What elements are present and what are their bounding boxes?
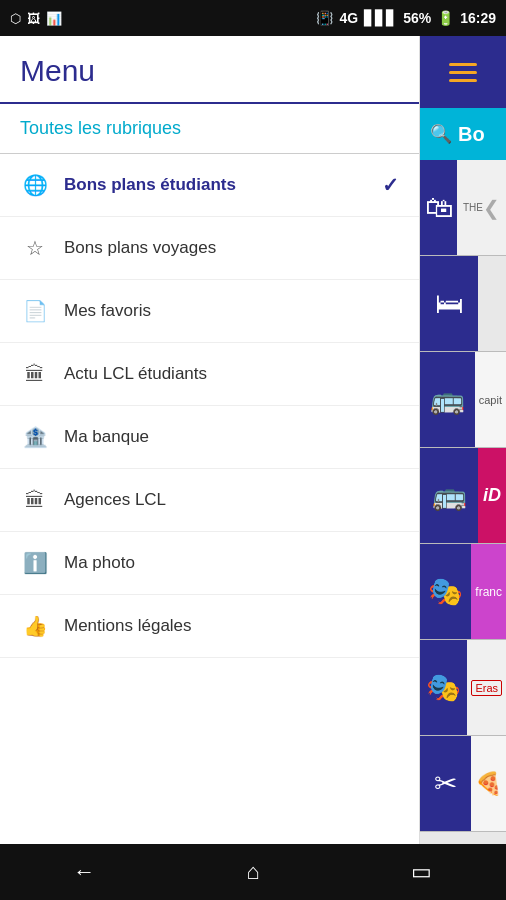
newspaper-icon: 📄 (20, 296, 50, 326)
search-text: Bo (458, 123, 485, 146)
back-icon: ← (73, 859, 95, 885)
bank-building-icon: 🏛 (20, 359, 50, 389)
menu-item-label: Bons plans étudiants (64, 175, 382, 195)
card-row-2[interactable]: 🛏 (420, 256, 506, 352)
theatre-icon: 🎭 (428, 575, 463, 608)
card-text-4: iD (483, 485, 501, 506)
card-content-1: THE ❮ (457, 160, 506, 255)
main-content: Menu Toutes les rubriques 🌐 Bons plans é… (0, 36, 506, 844)
card-content-7: 🍕 (471, 736, 506, 831)
image-icon: 🖼 (27, 11, 40, 26)
menu-list: 🌐 Bons plans étudiants ✓ ☆ Bons plans vo… (0, 154, 419, 844)
signal-bars-icon: ▋▋▋ (364, 10, 397, 26)
pillar-icon: 🏛 (20, 485, 50, 515)
status-right-info: 📳 4G ▋▋▋ 56% 🔋 16:29 (316, 10, 496, 26)
card-row-1[interactable]: 🛍 THE ❮ (420, 160, 506, 256)
info-icon: ℹ️ (20, 548, 50, 578)
menu-item-mentions-legales[interactable]: 👍 Mentions légales (0, 595, 419, 658)
card-content-3: capit (475, 352, 506, 447)
hamburger-bar[interactable] (420, 36, 506, 108)
menu-item-label: Ma photo (64, 553, 399, 573)
menu-item-label: Bons plans voyages (64, 238, 399, 258)
recent-apps-icon: ▭ (411, 859, 432, 885)
left-menu-panel: Menu Toutes les rubriques 🌐 Bons plans é… (0, 36, 420, 844)
card-icon-bus-id: 🚌 (420, 448, 478, 543)
status-left-icons: ⬡ 🖼 📊 (10, 11, 62, 26)
home-button[interactable]: ⌂ (223, 852, 283, 892)
hamburger-menu-icon (449, 63, 477, 82)
card-icon-scissors: ✂ (420, 736, 471, 831)
menu-item-ma-banque[interactable]: 🏦 Ma banque (0, 406, 419, 469)
all-sections-label: Toutes les rubriques (20, 118, 181, 138)
card-text-7: 🍕 (475, 771, 502, 797)
recent-apps-button[interactable]: ▭ (392, 852, 452, 892)
menu-item-actu-lcl[interactable]: 🏛 Actu LCL étudiants (0, 343, 419, 406)
menu-title: Menu (20, 54, 95, 87)
menu-item-label: Mentions légales (64, 616, 399, 636)
menu-item-bons-plans-voyages[interactable]: ☆ Bons plans voyages (0, 217, 419, 280)
back-button[interactable]: ← (54, 852, 114, 892)
theatre-2-icon: 🎭 (426, 671, 461, 704)
card-text-5: franc (475, 585, 502, 599)
card-text-6: Eras (471, 680, 502, 696)
all-sections[interactable]: Toutes les rubriques (0, 104, 419, 154)
card-content-2 (478, 256, 506, 351)
cards-list: 🛍 THE ❮ 🛏 🚌 (420, 160, 506, 844)
scissors-icon: ✂ (434, 767, 457, 800)
card-row-3[interactable]: 🚌 capit (420, 352, 506, 448)
battery-percent: 56% (403, 10, 431, 26)
card-row-6[interactable]: 🎭 Eras (420, 640, 506, 736)
card-text-1: THE (463, 202, 483, 213)
card-content-6: Eras (467, 640, 506, 735)
search-icon: 🔍 (430, 123, 452, 145)
bed-icon: 🛏 (435, 287, 463, 320)
menu-item-label: Mes favoris (64, 301, 399, 321)
card-content-5: franc (471, 544, 506, 639)
card-row-7[interactable]: ✂ 🍕 (420, 736, 506, 832)
home-icon: ⌂ (246, 859, 259, 885)
notification-icon: ⬡ (10, 11, 21, 26)
card-icon-bus: 🚌 (420, 352, 475, 447)
card-row-5[interactable]: 🎭 franc (420, 544, 506, 640)
globe-icon: 🌐 (20, 170, 50, 200)
menu-item-bons-plans-etudiants[interactable]: 🌐 Bons plans étudiants ✓ (0, 154, 419, 217)
menu-item-label: Actu LCL étudiants (64, 364, 399, 384)
card-content-4: iD (478, 448, 506, 543)
menu-item-agences-lcl[interactable]: 🏛 Agences LCL (0, 469, 419, 532)
right-panel: 🔍 Bo 🛍 THE ❮ 🛏 (420, 36, 506, 844)
chart-icon: 📊 (46, 11, 62, 26)
bottom-nav: ← ⌂ ▭ (0, 844, 506, 900)
signal-vibrate-icon: 📳 (316, 10, 333, 26)
status-bar: ⬡ 🖼 📊 📳 4G ▋▋▋ 56% 🔋 16:29 (0, 0, 506, 36)
menu-item-ma-photo[interactable]: ℹ️ Ma photo (0, 532, 419, 595)
card-icon-shopping: 🛍 (420, 160, 457, 255)
network-4g: 4G (339, 10, 358, 26)
card-icon-hotel: 🛏 (420, 256, 478, 351)
clock: 16:29 (460, 10, 496, 26)
menu-item-label: Ma banque (64, 427, 399, 447)
card-icon-theatre: 🎭 (420, 544, 471, 639)
shopping-bag-icon: 🛍 (425, 191, 453, 224)
bus-icon: 🚌 (430, 383, 465, 416)
thumbsup-icon: 👍 (20, 611, 50, 641)
checkmark-icon: ✓ (382, 173, 399, 197)
battery-icon: 🔋 (437, 10, 454, 26)
star-icon: ☆ (20, 233, 50, 263)
menu-header: Menu (0, 36, 419, 104)
card-text-3: capit (479, 394, 502, 406)
search-bar[interactable]: 🔍 Bo (420, 108, 506, 160)
menu-item-label: Agences LCL (64, 490, 399, 510)
menu-item-mes-favoris[interactable]: 📄 Mes favoris (0, 280, 419, 343)
bank-icon: 🏦 (20, 422, 50, 452)
arrow-left-icon: ❮ (483, 196, 500, 220)
card-icon-theatre-2: 🎭 (420, 640, 467, 735)
card-row-4[interactable]: 🚌 iD (420, 448, 506, 544)
bus-2-icon: 🚌 (432, 479, 467, 512)
